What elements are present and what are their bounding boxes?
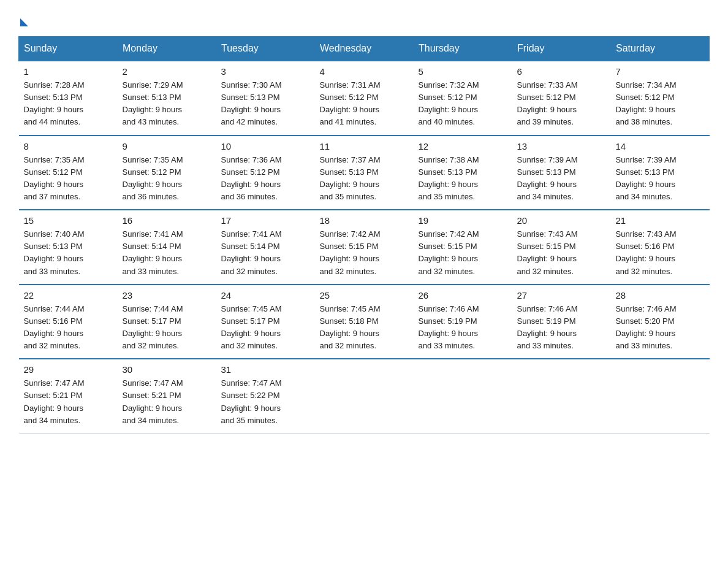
- day-cell: 1Sunrise: 7:28 AMSunset: 5:13 PMDaylight…: [19, 61, 118, 136]
- day-cell: 26Sunrise: 7:46 AMSunset: 5:19 PMDayligh…: [414, 285, 512, 359]
- day-info: Sunrise: 7:38 AMSunset: 5:13 PMDaylight:…: [419, 154, 507, 204]
- week-row-5: 29Sunrise: 7:47 AMSunset: 5:21 PMDayligh…: [19, 359, 710, 433]
- day-number: 24: [221, 290, 310, 301]
- day-cell: 7Sunrise: 7:34 AMSunset: 5:12 PMDaylight…: [611, 61, 710, 136]
- day-number: 1: [24, 66, 113, 77]
- day-info: Sunrise: 7:43 AMSunset: 5:15 PMDaylight:…: [517, 228, 606, 278]
- day-cell: 18Sunrise: 7:42 AMSunset: 5:15 PMDayligh…: [315, 210, 414, 285]
- logo: [18, 15, 28, 26]
- day-number: 20: [517, 215, 606, 226]
- day-cell: 27Sunrise: 7:46 AMSunset: 5:19 PMDayligh…: [512, 285, 611, 359]
- day-info: Sunrise: 7:42 AMSunset: 5:15 PMDaylight:…: [320, 228, 409, 278]
- day-number: 30: [123, 364, 211, 375]
- day-info: Sunrise: 7:47 AMSunset: 5:21 PMDaylight:…: [123, 377, 211, 427]
- day-cell: 8Sunrise: 7:35 AMSunset: 5:12 PMDaylight…: [19, 136, 118, 210]
- day-cell: 3Sunrise: 7:30 AMSunset: 5:13 PMDaylight…: [216, 61, 315, 136]
- day-info: Sunrise: 7:39 AMSunset: 5:13 PMDaylight:…: [517, 154, 606, 204]
- day-cell: 20Sunrise: 7:43 AMSunset: 5:15 PMDayligh…: [512, 210, 611, 285]
- day-info: Sunrise: 7:41 AMSunset: 5:14 PMDaylight:…: [221, 228, 310, 278]
- day-info: Sunrise: 7:35 AMSunset: 5:12 PMDaylight:…: [24, 154, 113, 204]
- day-info: Sunrise: 7:47 AMSunset: 5:21 PMDaylight:…: [24, 377, 113, 427]
- day-cell: 23Sunrise: 7:44 AMSunset: 5:17 PMDayligh…: [118, 285, 216, 359]
- day-number: 19: [419, 215, 507, 226]
- day-number: 23: [123, 290, 211, 301]
- day-number: 22: [24, 290, 113, 301]
- day-number: 7: [616, 66, 705, 77]
- day-info: Sunrise: 7:33 AMSunset: 5:12 PMDaylight:…: [517, 79, 606, 129]
- day-info: Sunrise: 7:47 AMSunset: 5:22 PMDaylight:…: [221, 377, 310, 427]
- day-info: Sunrise: 7:37 AMSunset: 5:13 PMDaylight:…: [320, 154, 409, 204]
- day-info: Sunrise: 7:46 AMSunset: 5:20 PMDaylight:…: [616, 303, 705, 353]
- header-cell-tuesday: Tuesday: [216, 37, 315, 61]
- day-number: 5: [419, 66, 507, 77]
- day-info: Sunrise: 7:29 AMSunset: 5:13 PMDaylight:…: [123, 79, 211, 129]
- day-number: 10: [221, 141, 310, 151]
- day-info: Sunrise: 7:31 AMSunset: 5:12 PMDaylight:…: [320, 79, 409, 129]
- day-cell: 25Sunrise: 7:45 AMSunset: 5:18 PMDayligh…: [315, 285, 414, 359]
- day-info: Sunrise: 7:40 AMSunset: 5:13 PMDaylight:…: [24, 228, 113, 278]
- week-row-3: 15Sunrise: 7:40 AMSunset: 5:13 PMDayligh…: [19, 210, 710, 285]
- day-number: 29: [24, 364, 113, 375]
- day-number: 12: [419, 141, 507, 151]
- page-header: [18, 15, 710, 26]
- header-cell-sunday: Sunday: [19, 37, 118, 61]
- day-cell: 31Sunrise: 7:47 AMSunset: 5:22 PMDayligh…: [216, 359, 315, 433]
- day-number: 15: [24, 215, 113, 226]
- day-number: 27: [517, 290, 606, 301]
- header-cell-saturday: Saturday: [611, 37, 710, 61]
- day-number: 21: [616, 215, 705, 226]
- day-cell: 15Sunrise: 7:40 AMSunset: 5:13 PMDayligh…: [19, 210, 118, 285]
- day-number: 14: [616, 141, 705, 151]
- day-info: Sunrise: 7:46 AMSunset: 5:19 PMDaylight:…: [517, 303, 606, 353]
- week-row-1: 1Sunrise: 7:28 AMSunset: 5:13 PMDaylight…: [19, 61, 710, 136]
- day-info: Sunrise: 7:42 AMSunset: 5:15 PMDaylight:…: [419, 228, 507, 278]
- day-number: 3: [221, 66, 310, 77]
- day-cell: 16Sunrise: 7:41 AMSunset: 5:14 PMDayligh…: [118, 210, 216, 285]
- day-cell: 5Sunrise: 7:32 AMSunset: 5:12 PMDaylight…: [414, 61, 512, 136]
- day-number: 2: [123, 66, 211, 77]
- day-cell: 22Sunrise: 7:44 AMSunset: 5:16 PMDayligh…: [19, 285, 118, 359]
- day-cell: 28Sunrise: 7:46 AMSunset: 5:20 PMDayligh…: [611, 285, 710, 359]
- day-info: Sunrise: 7:45 AMSunset: 5:18 PMDaylight:…: [320, 303, 409, 353]
- day-cell: 2Sunrise: 7:29 AMSunset: 5:13 PMDaylight…: [118, 61, 216, 136]
- day-info: Sunrise: 7:46 AMSunset: 5:19 PMDaylight:…: [419, 303, 507, 353]
- day-cell: 14Sunrise: 7:39 AMSunset: 5:13 PMDayligh…: [611, 136, 710, 210]
- day-number: 17: [221, 215, 310, 226]
- day-cell: 9Sunrise: 7:35 AMSunset: 5:12 PMDaylight…: [118, 136, 216, 210]
- day-cell: 19Sunrise: 7:42 AMSunset: 5:15 PMDayligh…: [414, 210, 512, 285]
- day-cell: 30Sunrise: 7:47 AMSunset: 5:21 PMDayligh…: [118, 359, 216, 433]
- header-cell-monday: Monday: [118, 37, 216, 61]
- header-row: SundayMondayTuesdayWednesdayThursdayFrid…: [19, 37, 710, 61]
- day-cell: 10Sunrise: 7:36 AMSunset: 5:12 PMDayligh…: [216, 136, 315, 210]
- day-number: 26: [419, 290, 507, 301]
- calendar-header: SundayMondayTuesdayWednesdayThursdayFrid…: [19, 37, 710, 61]
- day-cell: [315, 359, 414, 433]
- day-cell: 29Sunrise: 7:47 AMSunset: 5:21 PMDayligh…: [19, 359, 118, 433]
- calendar-table: SundayMondayTuesdayWednesdayThursdayFrid…: [18, 36, 710, 434]
- day-number: 28: [616, 290, 705, 301]
- day-cell: 24Sunrise: 7:45 AMSunset: 5:17 PMDayligh…: [216, 285, 315, 359]
- day-cell: [611, 359, 710, 433]
- day-number: 13: [517, 141, 606, 151]
- day-info: Sunrise: 7:36 AMSunset: 5:12 PMDaylight:…: [221, 154, 310, 204]
- day-number: 8: [24, 141, 113, 151]
- header-cell-thursday: Thursday: [414, 37, 512, 61]
- day-cell: 13Sunrise: 7:39 AMSunset: 5:13 PMDayligh…: [512, 136, 611, 210]
- day-info: Sunrise: 7:32 AMSunset: 5:12 PMDaylight:…: [419, 79, 507, 129]
- day-info: Sunrise: 7:44 AMSunset: 5:17 PMDaylight:…: [123, 303, 211, 353]
- header-cell-friday: Friday: [512, 37, 611, 61]
- day-number: 31: [221, 364, 310, 375]
- week-row-4: 22Sunrise: 7:44 AMSunset: 5:16 PMDayligh…: [19, 285, 710, 359]
- day-cell: 4Sunrise: 7:31 AMSunset: 5:12 PMDaylight…: [315, 61, 414, 136]
- day-info: Sunrise: 7:43 AMSunset: 5:16 PMDaylight:…: [616, 228, 705, 278]
- day-number: 16: [123, 215, 211, 226]
- day-info: Sunrise: 7:30 AMSunset: 5:13 PMDaylight:…: [221, 79, 310, 129]
- day-number: 18: [320, 215, 409, 226]
- day-cell: 12Sunrise: 7:38 AMSunset: 5:13 PMDayligh…: [414, 136, 512, 210]
- calendar-body: 1Sunrise: 7:28 AMSunset: 5:13 PMDaylight…: [19, 61, 710, 433]
- day-cell: 17Sunrise: 7:41 AMSunset: 5:14 PMDayligh…: [216, 210, 315, 285]
- day-info: Sunrise: 7:41 AMSunset: 5:14 PMDaylight:…: [123, 228, 211, 278]
- day-cell: 6Sunrise: 7:33 AMSunset: 5:12 PMDaylight…: [512, 61, 611, 136]
- day-info: Sunrise: 7:45 AMSunset: 5:17 PMDaylight:…: [221, 303, 310, 353]
- day-info: Sunrise: 7:44 AMSunset: 5:16 PMDaylight:…: [24, 303, 113, 353]
